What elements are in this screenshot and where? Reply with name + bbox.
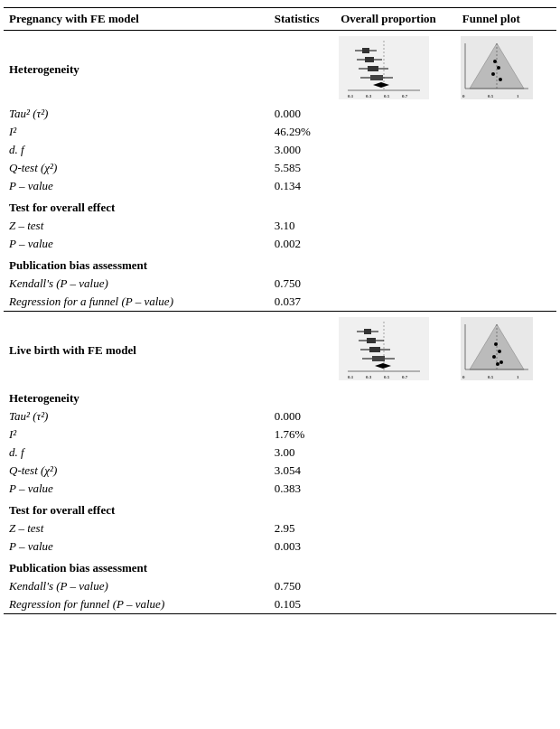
table-row: Tau² (τ²)0.000 — [4, 105, 556, 123]
row-overall — [335, 141, 457, 159]
svg-text:0.5: 0.5 — [488, 94, 494, 98]
main-section-chart-funnel: 0 0.5 1 — [457, 312, 556, 387]
col-header-funnel: Funnel plot — [457, 8, 556, 31]
row-label: Regression for funnel (P – value) — [4, 595, 269, 614]
section-header-stats — [269, 253, 335, 275]
row-funnel — [457, 425, 556, 444]
svg-rect-8 — [368, 66, 378, 71]
table-row: Publication bias assessment — [4, 253, 556, 275]
table-row: Z – test3.10 — [4, 217, 556, 235]
table-row: Regression for funnel (P – value)0.105 — [4, 595, 556, 614]
row-stats: 0.037 — [269, 293, 335, 312]
svg-point-50 — [499, 360, 503, 364]
svg-rect-32 — [364, 329, 371, 334]
row-overall — [335, 595, 457, 614]
row-stats: 0.750 — [269, 577, 335, 595]
section-chart-funnel — [457, 253, 556, 275]
row-stats: 0.000 — [269, 407, 335, 425]
svg-point-49 — [492, 355, 496, 359]
row-funnel — [457, 141, 556, 159]
row-funnel — [457, 275, 556, 293]
table-row: Regression for a funnel (P – value)0.037 — [4, 293, 556, 312]
section-header-chart-overall — [335, 386, 457, 407]
svg-text:0.5: 0.5 — [384, 375, 390, 379]
section-header-stats — [269, 498, 335, 519]
col-header-stats: Statistics — [269, 8, 335, 31]
row-funnel — [457, 407, 556, 425]
svg-text:0.7: 0.7 — [402, 375, 408, 379]
row-stats: 0.383 — [269, 480, 335, 498]
svg-rect-10 — [370, 75, 383, 80]
section-header-label: Test for overall effect — [4, 195, 269, 217]
row-funnel — [457, 293, 556, 312]
row-label: Regression for a funnel (P – value) — [4, 293, 269, 312]
row-overall — [335, 444, 457, 462]
main-section-stats — [269, 312, 335, 387]
row-overall — [335, 577, 457, 595]
table-row: Test for overall effect — [4, 498, 556, 519]
table-row: Heterogeneity — [4, 386, 556, 407]
row-label: Tau² (τ²) — [4, 105, 269, 123]
row-funnel — [457, 595, 556, 614]
section-header-stats — [269, 195, 335, 217]
row-label: Z – test — [4, 217, 269, 235]
svg-rect-34 — [367, 338, 376, 343]
row-overall — [335, 462, 457, 480]
table-row: P – value0.134 — [4, 177, 556, 195]
svg-point-20 — [497, 66, 500, 70]
row-overall — [335, 407, 457, 425]
row-funnel — [457, 123, 556, 141]
row-overall — [335, 537, 457, 556]
table-row: Kendall's (P – value)0.750 — [4, 275, 556, 293]
svg-text:0.3: 0.3 — [366, 375, 372, 379]
row-funnel — [457, 444, 556, 462]
section-header-label: Heterogeneity — [4, 31, 269, 106]
section-chart-funnel: 0 0.5 1 — [457, 31, 556, 106]
row-overall — [335, 275, 457, 293]
row-stats: 3.054 — [269, 462, 335, 480]
row-overall — [335, 480, 457, 498]
row-label: Kendall's (P – value) — [4, 275, 269, 293]
svg-rect-6 — [365, 57, 374, 62]
row-stats: 0.105 — [269, 595, 335, 614]
row-label: I² — [4, 123, 269, 141]
row-stats: 0.002 — [269, 235, 335, 253]
section-header-stats — [269, 386, 335, 407]
section-header-chart-overall — [335, 498, 457, 519]
row-stats: 1.76% — [269, 425, 335, 444]
section-header-label: Test for overall effect — [4, 498, 269, 519]
row-label: Q-test (χ²) — [4, 462, 269, 480]
row-funnel — [457, 177, 556, 195]
svg-text:0.5: 0.5 — [488, 375, 494, 379]
main-table: Pregnancy with FE model Statistics Overa… — [4, 7, 556, 614]
row-label: Q-test (χ²) — [4, 159, 269, 177]
row-overall — [335, 519, 457, 537]
table-row: Q-test (χ²)3.054 — [4, 462, 556, 480]
table-row: P – value0.002 — [4, 235, 556, 253]
row-stats: 3.000 — [269, 141, 335, 159]
section-header-label: Publication bias assessment — [4, 556, 269, 577]
svg-point-47 — [494, 342, 498, 346]
svg-rect-36 — [369, 347, 380, 352]
svg-text:0.1: 0.1 — [348, 94, 354, 98]
svg-point-21 — [491, 72, 495, 76]
table-row: Test for overall effect — [4, 195, 556, 217]
row-stats: 3.00 — [269, 444, 335, 462]
row-label: Kendall's (P – value) — [4, 577, 269, 595]
section-header-chart-funnel — [457, 386, 556, 407]
main-section-label: Live birth with FE model — [4, 312, 269, 387]
row-label: d. f — [4, 444, 269, 462]
row-stats: 3.10 — [269, 217, 335, 235]
row-stats: 2.95 — [269, 519, 335, 537]
section-chart-overall: 0.1 0.3 0.5 0.7 — [335, 31, 457, 106]
section-header-label: Heterogeneity — [4, 386, 269, 407]
row-label: P – value — [4, 480, 269, 498]
row-funnel — [457, 480, 556, 498]
row-stats: 5.585 — [269, 159, 335, 177]
section-chart-funnel — [457, 195, 556, 217]
row-stats: 0.750 — [269, 275, 335, 293]
svg-rect-4 — [362, 48, 369, 53]
row-funnel — [457, 159, 556, 177]
table-row: Q-test (χ²)5.585 — [4, 159, 556, 177]
section-header-label: Publication bias assessment — [4, 253, 269, 275]
